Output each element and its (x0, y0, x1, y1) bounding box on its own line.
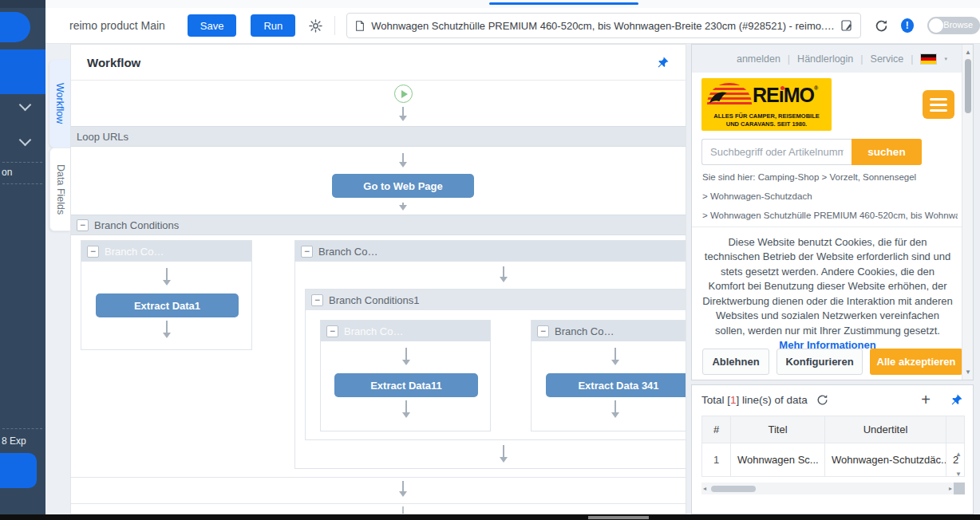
extract-data341-node[interactable]: Extract Data 341 (546, 373, 686, 397)
cookie-configure-button[interactable]: Konfigurieren (776, 349, 863, 375)
sidebar-active-item[interactable] (0, 49, 45, 94)
toolbar-divider (334, 16, 335, 35)
taskbar-edge (0, 514, 980, 520)
collapse-icon[interactable]: − (326, 325, 338, 337)
table-hscrollbar[interactable]: ◂ ▸ (701, 483, 965, 494)
chevron-down-icon[interactable] (21, 136, 30, 144)
preview-scrollbar[interactable]: ▲ ▼ (962, 45, 973, 380)
branch-conditions1-label: Branch Conditions1 (329, 294, 419, 306)
flow-arrow (402, 107, 404, 120)
hscroll-left-icon[interactable]: ◂ (703, 485, 706, 492)
cookie-accept-button[interactable]: Alle akzeptieren (870, 349, 962, 375)
branch-box-right[interactable]: − Branch Co… − Branch Conditions1 − Bran… (294, 240, 686, 469)
logo-bird-icon (708, 88, 735, 105)
refresh-data-button[interactable] (816, 393, 829, 407)
sidebar-item-partial[interactable]: on (2, 167, 12, 178)
scroll-down-icon[interactable]: ▼ (962, 368, 974, 376)
branch-box-left[interactable]: − Branch Co… Extract Data1 (81, 240, 252, 350)
extract-data11-node[interactable]: Extract Data11 (334, 373, 478, 397)
flow-arrow (402, 506, 404, 514)
page-title-text: Wohnwagen Schutzhülle PREMIUM 460-520cm,… (371, 20, 835, 32)
cell-index[interactable]: 1 (702, 443, 731, 476)
nested-right-header[interactable]: − Branch Co… (531, 321, 686, 341)
branch-right-label: Branch Co… (318, 246, 377, 258)
workflow-canvas: Workflow Loop URLs Go to Web Page − Bran… (70, 44, 686, 514)
collapse-icon[interactable]: − (537, 325, 549, 337)
branch-conditions1-header[interactable]: − Branch Conditions1 (306, 290, 686, 310)
collapse-icon[interactable]: − (311, 294, 323, 306)
edit-page-icon[interactable] (840, 19, 853, 32)
run-button[interactable]: Run (251, 14, 295, 37)
alert-badge[interactable]: ! (901, 18, 913, 33)
nested-left-header[interactable]: − Branch Co… (321, 321, 490, 341)
taskbar-edge-segment (588, 516, 649, 519)
collapse-icon[interactable]: − (77, 219, 89, 231)
play-workflow-button[interactable] (394, 85, 413, 103)
branch-left-header[interactable]: − Branch Co… (81, 241, 251, 262)
settings-button[interactable] (308, 18, 323, 33)
hscroll-right-icon[interactable]: ▸ (949, 485, 952, 492)
loop-urls-node[interactable]: Loop URLs (71, 126, 686, 147)
add-field-button[interactable]: + (921, 391, 931, 409)
data-output-panel: Total [1] line(s) of data + # Titel Unde… (691, 384, 974, 514)
search-input[interactable] (701, 139, 852, 165)
logo-tagline-2: UND CARAVANS. SEIT 1980. (701, 120, 832, 128)
branch-box-nested-right[interactable]: − Branch Co… Extract Data 341 (531, 320, 686, 431)
link-service[interactable]: Service (871, 53, 904, 65)
workflow-panel-title: Workflow (87, 56, 140, 69)
col-undertitel[interactable]: Undertitel (825, 416, 946, 443)
breadcrumb-line-2[interactable]: > Wohnwagen-Schutzdach (702, 191, 958, 201)
sidebar-upgrade-button[interactable] (0, 453, 37, 488)
table-scroll-down-icon[interactable]: ▼ (955, 471, 962, 478)
browse-mode-toggle[interactable]: Browse (927, 17, 980, 34)
hamburger-menu-button[interactable] (923, 90, 954, 119)
refresh-icon (874, 18, 889, 33)
branch-left-label: Branch Co… (105, 246, 164, 258)
pin-icon[interactable] (950, 393, 963, 407)
nested-right-label: Branch Co… (555, 325, 614, 337)
hscroll-thumb[interactable] (711, 486, 756, 492)
page-url-bar[interactable]: Wohnwagen Schutzhülle PREMIUM 460-520cm,… (346, 13, 861, 38)
collapse-icon[interactable]: − (301, 246, 313, 258)
breadcrumb-line-1[interactable]: Sie sind hier: Camping-Shop > Vorzelt, S… (702, 172, 958, 182)
play-icon (401, 90, 408, 98)
workflow-panel-header: Workflow (71, 45, 686, 81)
cell-undertitel[interactable]: Wohnwagen-Schutzdäc... (825, 443, 946, 476)
branch-right-header[interactable]: − Branch Co… (295, 241, 686, 262)
link-anmelden[interactable]: anmelden (737, 53, 780, 65)
collapse-icon[interactable]: − (87, 246, 99, 258)
tab-data-fields[interactable]: Data Fields (49, 148, 70, 231)
extract-data1-node[interactable]: Extract Data1 (96, 293, 239, 317)
goto-webpage-node[interactable]: Go to Web Page (332, 174, 474, 198)
sidebar-logo[interactable] (0, 12, 30, 42)
search-button[interactable]: suchen (852, 139, 922, 165)
table-scroll-up-icon[interactable]: ▲ (955, 451, 962, 458)
chevron-down-icon[interactable] (21, 100, 30, 109)
sidebar-divider (2, 183, 42, 184)
cell-titel[interactable]: Wohnwagen Sc... (731, 443, 825, 476)
branch-box-nested-left[interactable]: − Branch Co… Extract Data11 (320, 320, 491, 431)
refresh-page-button[interactable] (874, 18, 889, 33)
sidebar-top-strip (0, 0, 45, 8)
cookie-decline-button[interactable]: Ablehnen (702, 349, 769, 375)
branch-conditions-node[interactable]: − Branch Conditions (71, 215, 686, 235)
preview-scrollbar-thumb[interactable] (965, 59, 971, 113)
table-row[interactable]: 1 Wohnwagen Sc... Wohnwagen-Schutzdäc...… (702, 443, 964, 476)
flow-arrow (503, 266, 504, 281)
flow-arrow (405, 348, 407, 364)
tab-workflow[interactable]: Workflow (49, 60, 70, 148)
pin-icon[interactable] (656, 56, 670, 69)
loop-urls-label: Loop URLs (77, 131, 128, 143)
reimo-logo[interactable]: REıMO® ALLES FÜR CAMPER, REISEMOBILE UND… (701, 78, 832, 131)
german-flag-icon[interactable] (920, 53, 937, 65)
col-titel[interactable]: Titel (731, 416, 825, 443)
scroll-up-icon[interactable]: ▲ (962, 49, 974, 56)
branch-conditions1-box[interactable]: − Branch Conditions1 − Branch Co… Extrac… (305, 289, 686, 440)
col-partial (946, 416, 964, 443)
link-haendlerlogin[interactable]: Händlerlogin (797, 53, 853, 65)
document-icon (354, 20, 366, 32)
col-index[interactable]: # (702, 416, 731, 443)
save-button[interactable]: Save (188, 14, 237, 37)
breadcrumb-line-3[interactable]: > Wohnwagen Schutzhülle PREMIUM 460-520c… (702, 211, 958, 220)
cookie-banner: Diese Website benutzt Cookies, die für d… (692, 227, 963, 353)
